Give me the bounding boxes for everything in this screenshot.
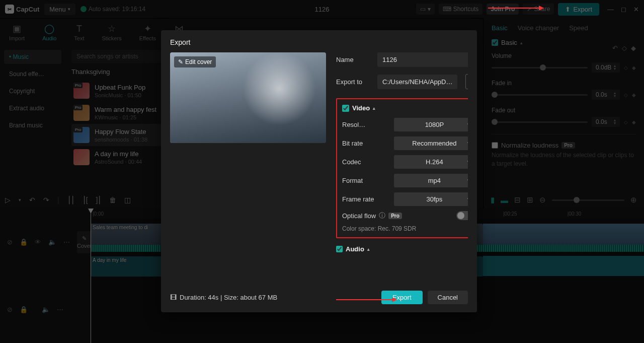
resolution-select[interactable]: 1080P	[394, 118, 468, 131]
bitrate-label: Bit rate	[342, 140, 363, 147]
color-space-text: Color space: Rec. 709 SDR	[342, 225, 468, 232]
export-to-path: C:/Users/NEHA/AppD…	[377, 75, 457, 89]
video-section-header[interactable]: Video ▴	[342, 104, 468, 112]
optical-flow-toggle[interactable]	[456, 211, 468, 220]
video-settings-section: Video ▴ Resol…1080P Bit rateRecommended …	[336, 98, 468, 238]
format-select[interactable]: mp4	[394, 174, 468, 187]
export-footer-info: 🎞 Duration: 44s | Size: about 67 MB	[170, 294, 277, 301]
export-preview: ✎ Edit cover	[170, 52, 326, 143]
folder-button[interactable]: 🗀	[465, 74, 468, 89]
annotation-arrow	[488, 8, 543, 9]
edit-cover-button[interactable]: ✎ Edit cover	[174, 56, 216, 67]
framerate-select[interactable]: 30fps	[394, 192, 468, 206]
audio-section-header[interactable]: Audio ▴	[336, 245, 468, 253]
framerate-label: Frame rate	[342, 195, 374, 203]
codec-label: Codec	[342, 158, 361, 166]
video-checkbox[interactable]	[342, 105, 349, 112]
name-label: Name	[336, 56, 372, 63]
codec-select[interactable]: H.264	[394, 155, 468, 169]
annotation-arrow	[336, 299, 396, 300]
pro-badge: Pro	[388, 213, 402, 219]
resolution-label: Resol…	[342, 121, 365, 128]
modal-title: Export	[170, 38, 468, 46]
bitrate-select[interactable]: Recommended	[394, 136, 468, 150]
name-input[interactable]	[377, 52, 468, 67]
cancel-button[interactable]: Cancel	[428, 291, 468, 304]
film-icon: 🎞	[170, 294, 177, 301]
info-icon[interactable]: ⓘ	[379, 211, 385, 220]
format-label: Format	[342, 177, 363, 184]
export-to-label: Export to	[336, 78, 372, 86]
export-modal: Export ✎ Edit cover Name Export to C:/Us…	[161, 30, 477, 312]
audio-checkbox[interactable]	[336, 246, 343, 252]
optical-flow-label: Optical flow ⓘ Pro	[342, 211, 402, 220]
export-button[interactable]: Export	[381, 291, 423, 304]
